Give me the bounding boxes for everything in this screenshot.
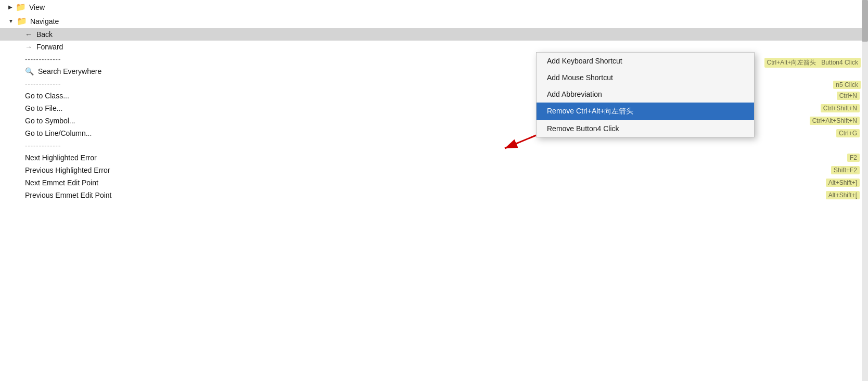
context-menu-add-keyboard[interactable]: Add Keyboard Shortcut: [537, 53, 754, 69]
scrollbar-thumb[interactable]: [862, 0, 868, 42]
menu-item-forward-left: → Forward: [25, 43, 63, 51]
next-error-label: Next Highlighted Error: [25, 154, 97, 162]
search-everywhere-label: Search Everywhere: [38, 67, 101, 75]
go-to-symbol-shortcut: Ctrl+Alt+Shift+N: [810, 117, 860, 125]
prev-emmet-shortcut: Alt+Shift+[: [826, 191, 860, 199]
next-emmet-left: Next Emmet Edit Point: [25, 179, 98, 187]
go-to-class-shortcut: Ctrl+N: [837, 92, 860, 100]
go-to-file-label: Go to File...: [25, 104, 62, 112]
view-expand-arrow: ▶: [8, 4, 12, 10]
menu-item-back[interactable]: ← Back: [0, 28, 868, 41]
context-menu-remove-ctrl-alt[interactable]: Remove Ctrl+Alt+向左箭头: [537, 103, 754, 120]
go-to-class-left: Go to Class...: [25, 92, 69, 100]
main-panel: ▶ 📁 View ▼ 📁 Navigate ← Back → Forward -…: [0, 0, 868, 381]
go-to-symbol-left: Go to Symbol...: [25, 117, 75, 125]
separator-3: -------------: [0, 139, 868, 151]
go-to-line-left: Go to Line/Column...: [25, 129, 92, 137]
view-section-label: View: [29, 3, 45, 11]
go-to-line-shortcut: Ctrl+G: [836, 129, 860, 137]
prev-emmet-left: Previous Emmet Edit Point: [25, 191, 112, 199]
prev-error-left: Previous Highlighted Error: [25, 166, 110, 174]
menu-item-next-error[interactable]: Next Highlighted Error F2: [0, 151, 868, 164]
arrow-indicator: [500, 133, 541, 155]
next-error-shortcut: F2: [847, 154, 860, 162]
go-to-file-left: Go to File...: [25, 104, 62, 112]
view-section-header[interactable]: ▶ 📁 View: [0, 0, 868, 14]
prev-emmet-label: Previous Emmet Edit Point: [25, 191, 112, 199]
forward-icon: →: [25, 43, 32, 51]
go-to-file-shortcut: Ctrl+Shift+N: [821, 104, 860, 112]
context-menu-remove-button4[interactable]: Remove Button4 Click: [537, 120, 754, 137]
scrollbar[interactable]: [862, 0, 868, 381]
menu-item-prev-emmet[interactable]: Previous Emmet Edit Point Alt+Shift+[: [0, 189, 868, 201]
next-error-left: Next Highlighted Error: [25, 154, 97, 162]
prev-error-label: Previous Highlighted Error: [25, 166, 110, 174]
forward-shortcut-partial: n5 Click: [833, 81, 861, 89]
prev-error-shortcut: Shift+F2: [831, 166, 860, 174]
navigate-section-header[interactable]: ▼ 📁 Navigate: [0, 14, 868, 28]
menu-item-search-left: 🔍 Search Everywhere: [25, 67, 101, 75]
context-menu: Add Keyboard Shortcut Add Mouse Shortcut…: [536, 52, 755, 137]
next-emmet-shortcut: Alt+Shift+]: [826, 179, 860, 187]
back-shortcut-partial: Ctrl+Alt+向左箭头 Button4 Click: [764, 58, 861, 68]
view-folder-icon: 📁: [16, 2, 26, 12]
menu-item-forward[interactable]: → Forward: [0, 41, 868, 53]
navigate-section-label: Navigate: [30, 17, 59, 26]
navigate-expand-arrow: ▼: [8, 18, 14, 24]
svg-line-1: [505, 135, 536, 148]
go-to-symbol-label: Go to Symbol...: [25, 117, 75, 125]
search-icon: 🔍: [25, 67, 34, 75]
context-menu-add-mouse[interactable]: Add Mouse Shortcut: [537, 69, 754, 86]
navigate-folder-icon: 📁: [17, 16, 27, 26]
menu-item-next-emmet[interactable]: Next Emmet Edit Point Alt+Shift+]: [0, 176, 868, 189]
forward-label: Forward: [36, 43, 63, 51]
back-label: Back: [36, 30, 53, 39]
next-emmet-label: Next Emmet Edit Point: [25, 179, 98, 187]
menu-item-prev-error[interactable]: Previous Highlighted Error Shift+F2: [0, 164, 868, 176]
context-menu-add-abbreviation[interactable]: Add Abbreviation: [537, 86, 754, 103]
go-to-line-label: Go to Line/Column...: [25, 129, 92, 137]
menu-item-back-left: ← Back: [25, 30, 53, 39]
back-icon: ←: [25, 30, 32, 39]
go-to-class-label: Go to Class...: [25, 92, 69, 100]
